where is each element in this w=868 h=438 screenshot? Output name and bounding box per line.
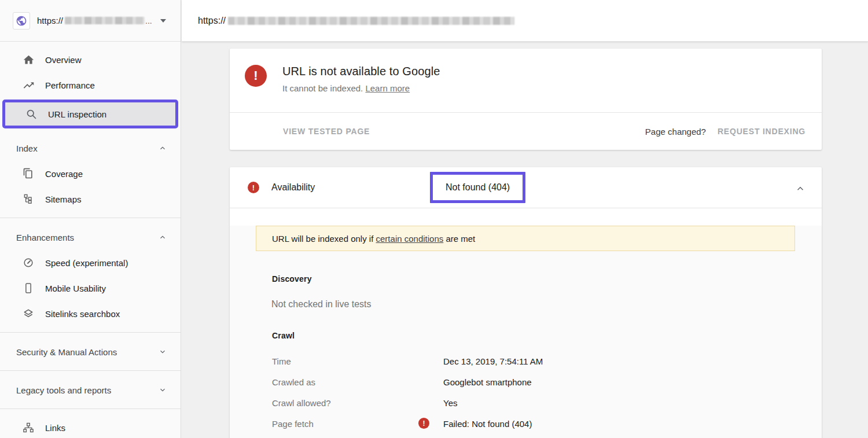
sidebar-item-coverage[interactable]: Coverage (0, 161, 181, 186)
availability-status: Not found (404) (446, 182, 510, 193)
globe-icon (16, 15, 27, 27)
sidebar-item-label: Links (45, 423, 65, 433)
availability-title: Availability (271, 182, 315, 193)
property-url-ellipsis: ... (145, 16, 152, 25)
error-icon (245, 65, 267, 87)
sidebar-divider (0, 408, 181, 409)
table-row: Page fetch Failed: Not found (404) (272, 419, 822, 438)
row-label: Crawl allowed? (272, 398, 443, 419)
home-icon (22, 53, 35, 66)
availability-details: URL will be indexed only if certain cond… (230, 226, 822, 438)
availability-card: Availability Not found (404) URL will be… (230, 167, 822, 438)
index-conditions-notice: URL will be indexed only if certain cond… (256, 226, 795, 251)
sitemaps-icon (22, 193, 35, 205)
availability-header[interactable]: Availability Not found (404) (230, 167, 822, 208)
sidebar-item-label: Speed (experimental) (45, 258, 128, 268)
chevron-up-icon[interactable] (795, 183, 806, 194)
sidebar-item-label: URL inspection (48, 109, 106, 119)
chevron-down-icon (159, 348, 167, 356)
status-card-actions: VIEW TESTED PAGE Page changed? REQUEST I… (230, 113, 822, 150)
speed-icon (22, 256, 35, 269)
status-card: URL is not available to Google It cannot… (230, 49, 822, 150)
masked-inspected-url (228, 17, 514, 25)
search-console-app: https:// ... Overview Performance (0, 0, 868, 438)
caret-down-icon (160, 19, 166, 23)
property-globe-box (13, 12, 30, 30)
table-row: Crawled as Googlebot smartphone (272, 377, 822, 398)
page-changed-label: Page changed? (645, 127, 706, 137)
main-area: https:// URL is not available to Google … (182, 0, 868, 438)
chevron-up-icon (159, 233, 167, 241)
certain-conditions-link[interactable]: certain conditions (376, 234, 444, 244)
notice-text-before: URL will be indexed only if (272, 234, 376, 244)
property-url: https:// ... (37, 16, 152, 25)
property-selector[interactable]: https:// ... (0, 0, 181, 42)
sidebar-item-performance[interactable]: Performance (0, 72, 181, 98)
sidebar-divider (0, 332, 181, 333)
crawl-heading: Crawl (272, 331, 822, 340)
sidebar-item-url-inspection[interactable]: URL inspection (2, 100, 178, 128)
sidebar-item-sitemaps[interactable]: Sitemaps (0, 186, 181, 212)
request-indexing-button[interactable]: REQUEST INDEXING (718, 127, 806, 136)
masked-property-url (65, 17, 145, 24)
sidebar-item-links[interactable]: Links (0, 415, 181, 438)
sidebar-item-overview[interactable]: Overview (0, 47, 181, 72)
row-label: Time (272, 356, 443, 377)
mobile-icon (22, 282, 35, 295)
sidebar-section-index[interactable]: Index (0, 135, 181, 161)
links-icon (22, 421, 35, 434)
status-subtitle-text: It cannot be indexed. (282, 83, 365, 93)
card-divider (230, 208, 822, 208)
sidebar-item-label: Mobile Usability (45, 284, 106, 293)
status-card-text: URL is not available to Google It cannot… (282, 65, 440, 112)
discovery-heading: Discovery (272, 274, 822, 284)
section-header-label: Security & Manual Actions (16, 347, 159, 357)
sidebar-divider (0, 370, 181, 371)
sidebar-section-security-manual-actions[interactable]: Security & Manual Actions (0, 339, 181, 365)
status-subtitle: It cannot be indexed. Learn more (282, 83, 440, 93)
sidebar-divider (0, 218, 181, 218)
sidebar: https:// ... Overview Performance (0, 0, 181, 438)
row-value: Dec 13, 2019, 7:54:11 AM (443, 356, 543, 377)
row-value-text: Failed: Not found (404) (443, 419, 532, 429)
error-icon (248, 182, 259, 193)
sidebar-item-label: Sitelinks searchbox (45, 309, 120, 319)
notice-text-after: are met (443, 234, 475, 244)
sidebar-item-label: Overview (45, 55, 82, 65)
sitelinks-icon (22, 307, 35, 320)
row-value: Googlebot smartphone (443, 377, 532, 398)
section-header-label: Enhancements (16, 233, 159, 242)
inspected-url: https:// (198, 16, 514, 26)
section-header-label: Legacy tools and reports (16, 385, 159, 395)
learn-more-link[interactable]: Learn more (365, 83, 410, 93)
discovery-value: Not checked in live tests (271, 299, 822, 310)
actions-right: Page changed? REQUEST INDEXING (645, 127, 806, 137)
sidebar-nav: Overview Performance URL inspection Inde… (0, 42, 181, 438)
status-title: URL is not available to Google (282, 65, 440, 78)
chevron-up-icon (159, 144, 167, 152)
row-label: Crawled as (272, 377, 443, 398)
row-value: Failed: Not found (404) (443, 419, 532, 438)
status-card-header: URL is not available to Google It cannot… (230, 49, 822, 112)
url-inspection-searchbar[interactable]: https:// (182, 0, 868, 42)
sidebar-section-enhancements[interactable]: Enhancements (0, 224, 181, 250)
sidebar-item-label: Performance (45, 80, 95, 90)
search-icon (25, 108, 38, 120)
view-tested-page-button[interactable]: VIEW TESTED PAGE (283, 127, 370, 136)
table-row: Crawl allowed? Yes (272, 398, 822, 419)
row-value: Yes (443, 398, 457, 419)
content-area: URL is not available to Google It cannot… (182, 42, 868, 438)
sidebar-section-legacy-tools[interactable]: Legacy tools and reports (0, 377, 181, 403)
inspected-url-prefix: https:// (198, 16, 226, 26)
sidebar-item-sitelinks-searchbox[interactable]: Sitelinks searchbox (0, 301, 181, 326)
property-url-prefix: https:// (37, 16, 63, 25)
sidebar-item-speed[interactable]: Speed (experimental) (0, 250, 181, 275)
chevron-down-icon (159, 386, 167, 394)
table-row: Time Dec 13, 2019, 7:54:11 AM (272, 356, 822, 377)
crawl-details: Time Dec 13, 2019, 7:54:11 AM Crawled as… (272, 356, 822, 438)
performance-icon (22, 79, 35, 91)
coverage-icon (22, 167, 35, 180)
sidebar-item-mobile-usability[interactable]: Mobile Usability (0, 275, 181, 301)
status-annotation-box: Not found (404) (430, 172, 525, 203)
section-header-label: Index (16, 143, 159, 153)
